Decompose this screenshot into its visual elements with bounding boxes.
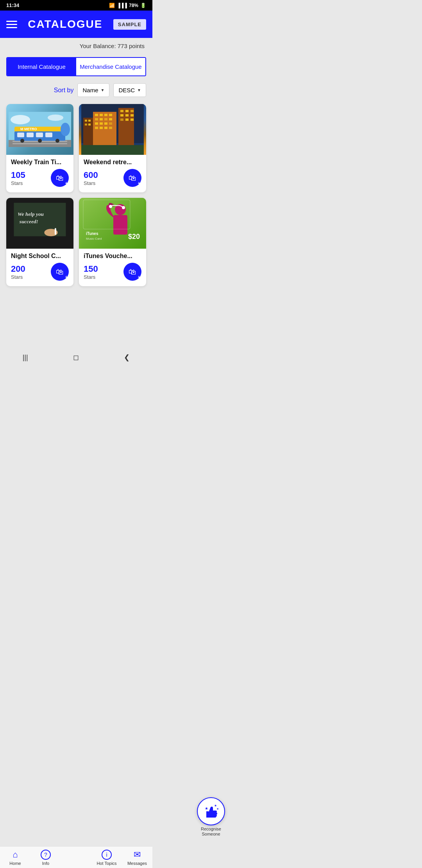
product-points-itunes: 150 <box>84 264 98 274</box>
product-stars-label-itunes: Stars <box>84 274 98 280</box>
svg-rect-30 <box>104 122 107 125</box>
product-image-train: M METRO <box>6 104 73 155</box>
plus-icon-4: + <box>138 274 140 279</box>
product-card-night-school[interactable]: We help you succeed! Night School C... 2… <box>6 198 73 286</box>
svg-rect-12 <box>45 133 52 137</box>
svg-rect-31 <box>109 122 112 125</box>
status-time: 11:34 <box>6 2 19 8</box>
svg-rect-26 <box>104 118 107 120</box>
svg-point-16 <box>55 139 59 143</box>
product-image-itunes: iTunes Music Card $20 <box>79 198 146 249</box>
svg-point-15 <box>38 139 42 143</box>
product-card-weekend-retreat[interactable]: Weekend retre... 600 Stars 🛍 + <box>79 104 146 192</box>
status-icons: 📶 ▐▐▐ 78% 🔋 <box>109 3 146 8</box>
svg-rect-61 <box>113 215 127 235</box>
sort-label: Sort by <box>54 87 74 94</box>
svg-rect-36 <box>118 108 134 145</box>
add-to-cart-night-school[interactable]: 🛍 + <box>51 263 69 281</box>
android-nav-bar: ||| ◻ ❮ <box>0 349 152 366</box>
svg-rect-57 <box>47 230 50 235</box>
product-points-weekly-train: 105 <box>11 170 25 180</box>
product-name-weekend-retreat: Weekend retre... <box>84 159 141 166</box>
product-stars-weekend-retreat: 600 Stars <box>84 170 98 186</box>
battery-label: 78% <box>129 3 138 8</box>
sample-badge: SAMPLE <box>113 19 146 30</box>
plus-icon: + <box>65 181 68 185</box>
product-image-hotel <box>79 104 146 155</box>
balance-text: Your Balance: 773 points <box>80 43 145 49</box>
svg-rect-20 <box>95 114 98 116</box>
svg-rect-23 <box>109 114 112 116</box>
svg-rect-38 <box>125 110 129 112</box>
svg-rect-5 <box>13 143 67 144</box>
add-to-cart-weekly-train[interactable]: 🛍 + <box>51 169 69 187</box>
svg-rect-45 <box>131 118 134 121</box>
product-card-weekly-train[interactable]: M METRO Weekly Train Ti... 105 Stars 🛍 <box>6 104 73 192</box>
svg-rect-22 <box>104 114 107 116</box>
svg-rect-40 <box>120 114 123 117</box>
svg-rect-44 <box>125 118 129 121</box>
battery-icon: 🔋 <box>140 3 146 8</box>
sort-order-dropdown[interactable]: DESC ▼ <box>113 83 146 97</box>
add-to-cart-itunes[interactable]: 🛍 + <box>123 263 141 281</box>
svg-text:iTunes: iTunes <box>86 231 98 236</box>
product-stars-label-weekly-train: Stars <box>11 180 25 186</box>
android-recents-btn[interactable]: ||| <box>23 353 28 362</box>
svg-rect-33 <box>100 127 103 129</box>
svg-rect-37 <box>120 110 123 112</box>
product-bottom-weekly-train: 105 Stars 🛍 + <box>11 169 69 187</box>
wifi-icon: 📶 <box>109 3 115 8</box>
product-stars-weekly-train: 105 Stars <box>11 170 25 186</box>
product-name-itunes: iTunes Vouche... <box>84 253 141 260</box>
product-name-weekly-train: Weekly Train Ti... <box>11 159 69 166</box>
plus-icon-2: + <box>138 181 140 185</box>
page-title: CATALOGUE <box>28 18 102 30</box>
status-bar: 11:34 📶 ▐▐▐ 78% 🔋 <box>0 0 152 11</box>
product-stars-label-weekend-retreat: Stars <box>84 180 98 186</box>
product-points-weekend-retreat: 600 <box>84 170 98 180</box>
svg-rect-28 <box>95 122 98 125</box>
svg-text:Music Card: Music Card <box>86 237 102 240</box>
product-card-itunes[interactable]: iTunes Music Card $20 iTunes Vouche... 1… <box>79 198 146 286</box>
svg-rect-9 <box>17 133 24 137</box>
svg-rect-21 <box>100 114 103 116</box>
tab-internal-catalogue[interactable]: Internal Catalogue <box>7 58 76 75</box>
svg-rect-24 <box>95 118 98 120</box>
menu-button[interactable] <box>6 21 17 28</box>
add-to-cart-weekend-retreat[interactable]: 🛍 + <box>123 169 141 187</box>
svg-text:M METRO: M METRO <box>20 127 37 131</box>
product-bottom-night-school: 200 Stars 🛍 + <box>11 263 69 281</box>
svg-point-63 <box>122 206 125 209</box>
svg-rect-25 <box>100 118 103 120</box>
svg-rect-42 <box>131 114 134 117</box>
product-stars-itunes: 150 Stars <box>84 264 98 280</box>
sort-field-value: Name <box>82 87 98 93</box>
svg-rect-27 <box>109 118 112 120</box>
svg-rect-51 <box>81 145 144 155</box>
svg-point-1 <box>11 115 30 124</box>
svg-rect-11 <box>36 133 43 137</box>
svg-rect-39 <box>131 110 134 112</box>
app-header: CATALOGUE SAMPLE <box>0 11 152 38</box>
product-bottom-itunes: 150 Stars 🛍 + <box>84 263 141 281</box>
sort-order-value: DESC <box>118 87 135 93</box>
svg-point-14 <box>20 139 24 143</box>
sort-order-arrow: ▼ <box>137 88 141 92</box>
android-back-btn[interactable]: ❮ <box>124 353 130 362</box>
product-info-weekly-train: Weekly Train Ti... 105 Stars 🛍 + <box>6 155 73 192</box>
svg-text:$20: $20 <box>128 233 140 240</box>
sort-row: Sort by Name ▼ DESC ▼ <box>0 76 152 101</box>
sort-field-dropdown[interactable]: Name ▼ <box>77 83 109 97</box>
product-info-weekend-retreat: Weekend retre... 600 Stars 🛍 + <box>79 155 146 192</box>
svg-text:succeed!: succeed! <box>19 219 38 224</box>
svg-rect-50 <box>88 124 91 126</box>
svg-rect-29 <box>100 122 103 125</box>
product-stars-night-school: 200 Stars <box>11 264 25 280</box>
svg-point-62 <box>109 205 112 208</box>
svg-rect-41 <box>125 114 129 117</box>
svg-rect-35 <box>109 127 112 129</box>
svg-rect-32 <box>95 127 98 129</box>
svg-point-8 <box>61 123 70 136</box>
android-home-btn[interactable]: ◻ <box>73 353 79 362</box>
tab-merchandise-catalogue[interactable]: Merchandise Catalogue <box>76 58 145 75</box>
